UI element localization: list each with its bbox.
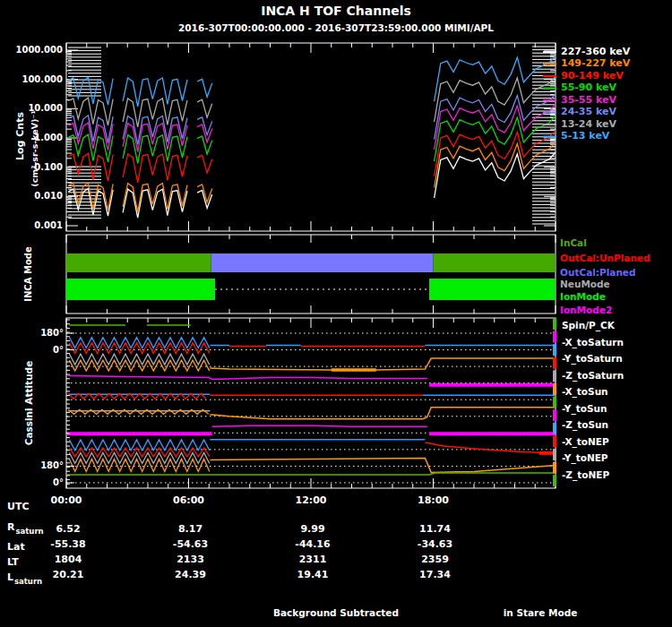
attitude-row-label--y-tonep: -Y_toNEP: [562, 452, 608, 463]
attitude-right-tick: [553, 383, 556, 395]
ephemeris-value: 1804: [28, 554, 108, 565]
ephemeris-value: 9.99: [272, 524, 353, 535]
ephemeris-row-label-main: Lat: [7, 541, 25, 553]
attitude-row-label--z-tosun: -Z_toSun: [562, 419, 608, 430]
legend-entry-55-90-kev: 55-90 keV: [561, 82, 616, 93]
attitude-row-label--x-tonep: -X_toNEP: [562, 436, 609, 447]
ephemeris-value: 24.39: [151, 570, 231, 580]
x-tick-label: 12:00: [284, 495, 338, 506]
attitude-right-tick: [553, 370, 556, 382]
attitude-right-tick: [553, 318, 556, 330]
utc-axis-label: UTC: [7, 502, 30, 512]
ephemeris-row-label-main: LT: [7, 556, 19, 568]
top-panel-y-axis-label-2: (cm²-sr-s-keV)⁻¹: [30, 99, 40, 198]
attitude-panel-y-axis-label: Cassini Attitude: [23, 356, 34, 450]
ephemeris-value: 19.41: [272, 570, 353, 580]
attitude-row-label--z-tosaturn: -Z_toSaturn: [562, 370, 624, 381]
legend-entry-149-227-kev: 149-227 keV: [561, 58, 630, 69]
attitude-right-tick: [553, 475, 556, 486]
attitude-row-label--y-tosun: -Y_toSun: [562, 403, 607, 414]
mode-panel-frame: [66, 235, 556, 314]
top-panel-y-tick-label: 10.000: [0, 103, 63, 114]
ephemeris-value: -54.63: [151, 539, 231, 550]
mode-label-ionmode2: IonMode2: [560, 305, 612, 315]
legend-entry-24-35-kev: 24-35 keV: [561, 107, 616, 117]
ephemeris-value: -55.38: [28, 539, 108, 550]
attitude-right-tick: [553, 423, 556, 434]
ephemeris-value: 6.52: [28, 524, 108, 535]
ephemeris-value: -44.16: [272, 539, 353, 550]
legend-entry-90-149-kev: 90-149 keV: [561, 71, 624, 82]
attitude-row-label--x-tosaturn: -X_toSaturn: [562, 337, 624, 348]
ephemeris-value: 17.34: [395, 570, 476, 580]
attitude-y-tick-label: 0°: [0, 477, 64, 488]
mode-bar-ion-mode: [66, 279, 215, 300]
mode-bar-cal-state: [211, 253, 434, 272]
ephemeris-row-label: LT: [7, 557, 19, 568]
attitude-right-tick: [553, 331, 556, 343]
legend-entry-227-360-kev: 227-360 keV: [561, 47, 630, 57]
ephemeris-value: 20.21: [28, 570, 108, 580]
plot-subtitle: 2016-307T00:00:00.000 - 2016-307T23:59:0…: [0, 22, 672, 33]
attitude-row-label--z-tonep: -Z_toNEP: [562, 469, 609, 480]
ephemeris-row-label: Lat: [7, 542, 25, 553]
ephemeris-value: 11.74: [395, 524, 476, 535]
attitude-row-label--y-tosaturn: -Y_toSaturn: [562, 353, 623, 364]
top-panel-y-tick-label: 0.010: [0, 191, 63, 202]
attitude-y-tick-label: 180°: [0, 460, 64, 471]
x-tick-label: 18:00: [407, 495, 461, 506]
attitude-right-tick: [553, 435, 556, 447]
legend-entry-13-24-kev: 13-24 keV: [561, 119, 616, 130]
top-panel-y-tick-label: 0.100: [0, 162, 63, 173]
top-panel-y-tick-label: 1.000: [0, 133, 63, 143]
ephemeris-value: 8.17: [151, 524, 231, 535]
attitude-right-tick: [553, 462, 556, 474]
mode-bar-ion-mode: [429, 279, 556, 300]
attitude-row-label-spin-p-ck: Spin/P_CK: [562, 320, 615, 331]
footer-note-stare-mode: in Stare Mode: [487, 607, 594, 618]
ephemeris-row-label-main: L: [7, 571, 13, 583]
attitude-right-tick: [553, 409, 556, 421]
legend-entry-35-55-kev: 35-55 keV: [561, 95, 616, 106]
ephemeris-value: -34.63: [395, 539, 476, 550]
attitude-row-label--x-tosun: -X_toSun: [562, 386, 608, 397]
ephemeris-row-label-main: R: [7, 521, 14, 533]
mode-label-outcal-planed: OutCal:Planed: [560, 267, 636, 278]
attitude-right-tick: [553, 344, 556, 356]
mode-label-neumode: NeuMode: [560, 279, 610, 289]
legend-entry-5-13-kev: 5-13 keV: [561, 131, 609, 142]
top-panel-y-tick-label: 1000.000: [0, 45, 63, 56]
attitude-right-tick: [553, 449, 556, 460]
attitude-y-tick-label: 0°: [0, 345, 64, 356]
ephemeris-value: 2311: [272, 554, 353, 565]
x-tick-label: 06:00: [162, 495, 216, 506]
page-title: INCA H TOF Channels: [0, 5, 672, 16]
mode-bar-cal-state: [434, 253, 556, 272]
mode-bar-cal-state: [66, 253, 211, 272]
top-panel-y-tick-label: 100.000: [0, 74, 63, 85]
mode-label-incal: InCal: [560, 237, 587, 248]
mode-label-ionmode: IonMode: [560, 291, 606, 302]
top-panel-plot: [68, 56, 556, 219]
footer-note-background-subtracted: Background Subtracted: [246, 607, 426, 618]
plot-screen: INCA H TOF Channels 2016-307T00:00:00.00…: [0, 0, 672, 627]
ephemeris-value: 2359: [395, 554, 476, 565]
attitude-panel-plot: [66, 325, 556, 483]
attitude-right-tick: [553, 357, 556, 369]
attitude-y-tick-label: 180°: [0, 328, 64, 339]
mode-label-outcal-unplaned: OutCal:UnPlaned: [560, 253, 650, 263]
attitude-right-tick: [553, 397, 556, 408]
x-tick-label: 00:00: [39, 495, 93, 506]
mode-panel-y-axis-label: INCA Mode: [23, 238, 34, 310]
top-panel-y-tick-label: 0.001: [0, 220, 63, 231]
ephemeris-value: 2133: [151, 554, 231, 565]
